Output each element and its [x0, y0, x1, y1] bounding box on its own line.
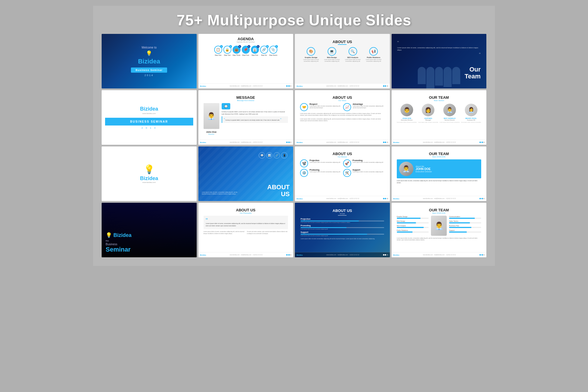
- slide14-title: ABOUT US: [204, 208, 288, 212]
- service-graphic: 🎨 Graphic Design Lorem ipsum dolor sit a…: [301, 47, 322, 63]
- slide-7[interactable]: ABOUT US Our Vision 🤝 Respect Lorem ipsu…: [295, 90, 390, 145]
- agenda-step-6: 🔗 6 Step Six: [260, 46, 268, 56]
- slide12-footer: Bizidea www.bizidea.commail@bizidea.com+…: [392, 196, 487, 201]
- agenda-step-7: 📎 7 Step Seven: [269, 46, 277, 56]
- page-title: 75+ Multipurpose Unique Slides: [102, 11, 486, 29]
- slide-4[interactable]: " Lorem ipsum dolor sit amet, consectetu…: [392, 34, 487, 88]
- slide14-subtitle: Our Philosophy: [204, 212, 288, 214]
- slide-13[interactable]: 💡 Bizidea the Business Seminar: [102, 203, 197, 257]
- slide13-seminar: Seminar: [106, 246, 131, 253]
- slide5-website: www.bizidea.com: [142, 113, 156, 114]
- skill-support: Support: [449, 229, 481, 233]
- slide6-content: 👨‍💼 John Doe Director 💬 Contrary to popu…: [204, 103, 288, 135]
- projection-section: Projection Lorem ipsum dolor sit amet co…: [301, 218, 384, 236]
- feature-respect: 🤝 Respect Lorem ipsum dolor sit amet con…: [300, 103, 341, 111]
- slide13-brand: 💡 Bizidea: [106, 232, 131, 238]
- slide-10[interactable]: 💬 📊 🔗 📱 Lorem ipsum dolor sit amet, cons…: [198, 146, 293, 201]
- slide14-col1: Lorem ipsum dolor sit amet, consectetur …: [204, 231, 245, 235]
- slide7-footer: Bizidea www.bizidea.commail@bizidea.com+…: [295, 140, 390, 145]
- slides-grid: Welcome to 💡 Bizidea Business Seminar 20…: [102, 34, 486, 257]
- slide-15[interactable]: ABOUT US Simple Projection Lorem ipsum d…: [295, 203, 390, 257]
- agenda-step-1: 📋 1 Step One: [214, 46, 222, 56]
- skills-right: Communication Sales Tactics Business Pla…: [449, 216, 481, 234]
- agenda-step-3: 👜 3 Step Three: [233, 46, 241, 56]
- slide16-subtitle: Meet JOHN DOE: [397, 212, 481, 214]
- slide6-quote: " Contrary to popular belief, Lorem Ipsu…: [222, 116, 288, 123]
- slide16-footer: Bizidea www.bizidea.commail@bizidea.com+…: [392, 252, 487, 257]
- slide1-brand: Bizidea: [131, 58, 167, 65]
- slide5-brand: Bizidea: [140, 106, 158, 112]
- member-1: 👨 JOHN DOE Executive Director Lorem ipsu…: [397, 104, 417, 123]
- slide6-person-img: 👨‍💼: [204, 103, 219, 129]
- mission-promoting: 🚀 Promoting Lorem ipsum dolor sit amet c…: [343, 159, 385, 167]
- feature-advantage: 📈 Advantage Lorem ipsum dolor sit amet c…: [343, 103, 384, 111]
- slide6-body: Contrary to popular belief, Lorem Ipsum …: [222, 111, 288, 115]
- member-3: 👨‍💼 MAC DONALD Service Director Lorem ip…: [440, 104, 460, 123]
- slide12-title: OUR TEAM: [397, 152, 481, 156]
- skill-sales: Sales Tactics: [449, 220, 481, 223]
- mission-projection: 📽️ Projection Lorem ipsum dolor sit amet…: [300, 159, 342, 167]
- slide-5[interactable]: Bizidea www.bizidea.com BUSINESS SEMINAR…: [102, 90, 197, 145]
- slide11-title: ABOUT US: [300, 152, 385, 156]
- slide-8[interactable]: OUR TEAM Team Section 👨 JOHN DOE Executi…: [392, 90, 487, 145]
- slide-6[interactable]: MESSAGE Message from Director 👨‍💼 John D…: [198, 90, 293, 145]
- slide-16[interactable]: OUR TEAM Meet JOHN DOE Graphic Design We…: [392, 203, 487, 257]
- slide14-cols: Lorem ipsum dolor sit amet, consectetur …: [204, 231, 288, 235]
- skills-layout: Graphic Design Web Design SEO Analytic: [397, 216, 481, 236]
- slide14-col2: Ut enim ad minim veniam, quis nostrud ex…: [247, 231, 288, 235]
- slide10-title: ABOUT US: [267, 184, 290, 198]
- slide3-footer: Bizidea www.bizidea.commail@bizidea.com+…: [295, 83, 390, 88]
- slide10-bubbles: 💬 📊 🔗 📱: [259, 152, 287, 159]
- slide14-quote-section: " Lorem ipsum dolor sit amet, consectetu…: [204, 216, 288, 229]
- skill-seo: SEO Analytic: [397, 225, 429, 228]
- slide-2[interactable]: AGENDA Agenda Whole Seminar 📋 1 Step One…: [198, 34, 293, 88]
- slide2-footer: Bizidea www.bizidea.com mail@bizidea.com…: [198, 83, 293, 88]
- skill-comm: Communication: [449, 216, 481, 219]
- slide3-title: ABOUT US: [301, 40, 384, 44]
- main-container: 75+ Multipurpose Unique Slides Welcome t…: [93, 6, 495, 266]
- team-card-desc: Lorem ipsum dolor sit amet, consectetur …: [397, 180, 481, 184]
- slide-14[interactable]: ABOUT US Our Philosophy " Lorem ipsum do…: [198, 203, 293, 257]
- slide11-subtitle: Our Mission: [300, 156, 385, 158]
- skill-bizplan: Business Plan: [449, 225, 481, 228]
- slide8-footer: Bizidea www.bizidea.commail@bizidea.com+…: [392, 140, 487, 145]
- slide-1[interactable]: Welcome to 💡 Bizidea Business Seminar 20…: [102, 34, 197, 88]
- mission-items: 📽️ Projection Lorem ipsum dolor sit amet…: [300, 159, 385, 177]
- slide14-footer: Bizidea www.bizidea.commail@bizidea.com+…: [198, 252, 293, 257]
- slide-12[interactable]: OUR TEAM Meet JOHN DOE 👨‍💼 About Me JOHN…: [392, 146, 487, 201]
- slide13-business: Business: [106, 243, 131, 246]
- slide8-subtitle: Team Section: [397, 100, 481, 101]
- agenda-step-4: 📌 4 Step Four: [242, 46, 250, 56]
- slide12-subtitle: Meet JOHN DOE: [397, 156, 481, 158]
- slide-3[interactable]: ABOUT US 🎨 Graphic Design Lorem ipsum do…: [295, 34, 390, 88]
- slide7-subtitle: Our Vision: [300, 100, 385, 101]
- agenda-step-2: 🔒 2 Step Two: [223, 46, 231, 56]
- slide5-year: 2 0 1 4: [142, 127, 156, 129]
- slide-11[interactable]: ABOUT US Our Mission 📽️ Projection Lorem…: [295, 146, 390, 201]
- skill-graphic: Graphic Design: [397, 216, 429, 219]
- slide15-subtitle: Simple: [301, 213, 384, 215]
- slide11-footer: Bizidea www.bizidea.commail@bizidea.com+…: [295, 196, 390, 201]
- slide-9[interactable]: 💡 Bizidea www.bizidea.com: [102, 146, 197, 201]
- slide16-title: OUR TEAM: [397, 208, 481, 212]
- member-2: 👩 LEATHEA Manager Lorem ipsum dolor sit …: [418, 104, 438, 123]
- slide2-title: AGENDA: [201, 37, 291, 41]
- skills-left: Graphic Design Web Design SEO Analytic: [397, 216, 429, 234]
- projection-item3: Support Lorem ipsum dolor sit amet conse…: [301, 231, 384, 236]
- service-web: 💻 Web Design Lorem ipsum dolor sit amet …: [322, 47, 343, 63]
- slide15-desc: Lorem ipsum dolor sit amet consectetur a…: [301, 238, 384, 240]
- slide6-person-name: John Doe: [206, 131, 216, 133]
- slide6-footer: Bizidea www.bizidea.commail@bizidea.com+…: [198, 140, 293, 145]
- mission-producing: ⚙️ Producing Lorem ipsum dolor sit amet …: [300, 169, 342, 177]
- slide4-title: Our Team: [465, 66, 481, 80]
- slide15-title: ABOUT US: [301, 208, 384, 213]
- projection-item: Projection Lorem ipsum dolor sit amet co…: [301, 218, 384, 223]
- slide7-features: 🤝 Respect Lorem ipsum dolor sit amet con…: [300, 103, 385, 111]
- slide1-welcome: Welcome to: [131, 46, 167, 49]
- slide4-quote: " Lorem ipsum dolor sit amet, consectetu…: [397, 40, 481, 58]
- team-members: 👨 JOHN DOE Executive Director Lorem ipsu…: [397, 104, 481, 123]
- slide1-year: 2014: [131, 74, 167, 77]
- skills-person-photo: 👨‍💼: [431, 216, 447, 236]
- slide7-title: ABOUT US: [300, 95, 385, 100]
- projection-item2: Promoting Lorem ipsum dolor sit amet con…: [301, 225, 384, 230]
